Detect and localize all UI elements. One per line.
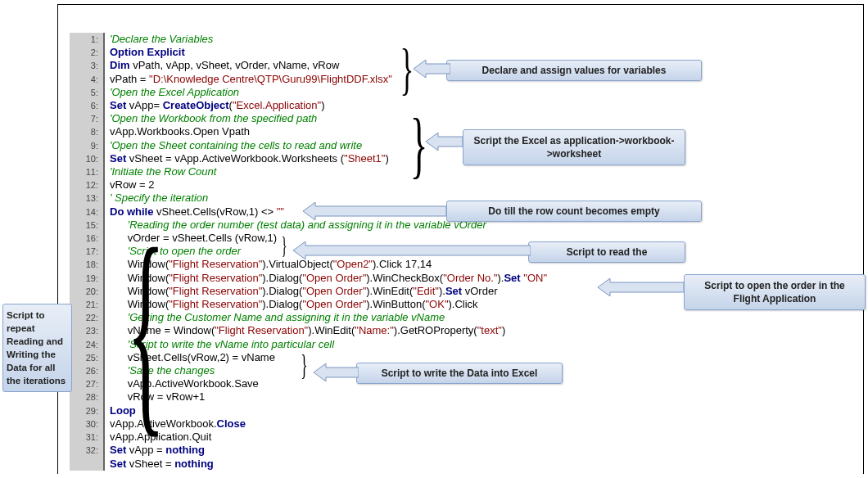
svg-marker-3 (293, 241, 531, 259)
code-line: 12:vRow = 2 (70, 178, 708, 192)
arrow-icon (414, 60, 450, 78)
code-line: 5:'Open the Excel Application (70, 86, 708, 99)
code-text: 'Declare the Variables (105, 33, 213, 46)
code-line: 32:Set vApp = nothing (70, 444, 708, 457)
line-number: 7: (70, 112, 105, 125)
line-number: 6: (70, 99, 105, 112)
callout-readorder: Script to read the (528, 241, 685, 263)
line-number: 24: (70, 338, 105, 351)
line-number: 22: (70, 311, 105, 324)
code-text: Set vApp= CreateObject("Excel.Applicatio… (105, 99, 325, 112)
line-number: 3: (70, 59, 105, 72)
callout-writeexcel: Script to write the Data into Excel (356, 363, 563, 384)
line-number: 5: (70, 86, 105, 99)
code-text: 'Open the Excel Application (105, 86, 239, 99)
code-line: 1:'Declare the Variables (70, 33, 708, 46)
line-number: 21: (70, 298, 105, 311)
line-number: 29: (70, 404, 105, 417)
code-line: 6:Set vApp= CreateObject("Excel.Applicat… (70, 99, 708, 112)
line-number: 9: (70, 139, 105, 152)
code-line: Set vSheet = nothing (70, 458, 708, 471)
callout-dowhile: Do till the row count becomes empty (446, 201, 702, 222)
svg-marker-4 (598, 278, 684, 296)
line-number: 25: (70, 351, 105, 364)
svg-marker-0 (414, 60, 450, 78)
code-text: Set vSheet = vApp.ActiveWorkbook.Workshe… (105, 152, 389, 165)
brace-icon: } (301, 349, 307, 382)
line-number: 12: (70, 178, 105, 192)
callout-openorder: Script to open the order in the Flight A… (684, 274, 866, 310)
line-number: 11: (70, 165, 105, 178)
code-line: 28: vRow = vRow+1 (70, 390, 708, 404)
callout-excel-text: Script the Excel as application->workboo… (473, 135, 674, 160)
code-line: 24: 'Script to write the vName into part… (70, 338, 708, 351)
svg-marker-2 (303, 202, 446, 220)
arrow-icon (598, 278, 684, 296)
line-number: 31: (70, 431, 105, 444)
line-number: 13: (70, 192, 105, 205)
code-line: 11:'Initiate the Row Count (70, 165, 708, 178)
line-number: 1: (70, 33, 105, 46)
code-line: 21: Window("Flight Reservation").Dialog(… (70, 298, 708, 311)
line-number: 4: (70, 73, 105, 86)
code-text: 'Open the Workbook from the specified pa… (105, 112, 317, 125)
code-line: 29:Loop (70, 404, 708, 417)
code-line: 7:'Open the Workbook from the specified … (70, 112, 708, 125)
code-line: 30:vApp.ActiveWorkbook.Close (70, 417, 708, 431)
svg-marker-1 (426, 133, 463, 151)
line-number: 17: (70, 245, 105, 258)
code-text: 'Script to open the order (105, 245, 241, 258)
line-number: 8: (70, 125, 105, 138)
arrow-icon (293, 241, 531, 259)
callout-side-text: Script to repeat Reading and Writing the… (7, 310, 66, 386)
arrow-icon (314, 363, 359, 381)
brace-icon: } (282, 231, 287, 259)
svg-marker-5 (314, 363, 359, 381)
line-number: 16: (70, 232, 105, 245)
code-line: 23: vName = Window("Flight Reservation")… (70, 324, 708, 337)
line-number: 30: (70, 417, 105, 431)
code-text: vApp.Workbooks.Open Vpath (105, 125, 250, 138)
line-number: 10: (70, 152, 105, 165)
callout-openorder-text: Script to open the order in the Flight A… (704, 280, 844, 304)
line-number: 23: (70, 324, 105, 337)
code-text: Dim vPath, vApp, vSheet, vOrder, vName, … (105, 59, 339, 72)
code-text: 'Initiate the Row Count (105, 165, 216, 178)
line-number: 26: (70, 364, 105, 377)
code-line: 2:Option Explicit (70, 46, 708, 59)
line-number: 15: (70, 219, 105, 232)
arrow-icon (303, 202, 446, 220)
line-number (70, 458, 105, 471)
code-text: Window("Flight Reservation").Dialog("Ope… (105, 272, 547, 285)
callout-excel: Script the Excel as application->workboo… (463, 129, 685, 165)
line-number: 18: (70, 258, 105, 271)
brace-icon: } (400, 37, 414, 102)
code-text: vRow = 2 (105, 178, 155, 192)
brace-icon: { (127, 196, 165, 461)
code-line: 22: 'Getting the Customer Name and assig… (70, 311, 708, 324)
code-text: Option Explicit (105, 46, 185, 59)
line-number: 27: (70, 377, 105, 390)
code-text: 'Open the Sheet containing the cells to … (105, 139, 362, 152)
line-number: 32: (70, 444, 105, 457)
arrow-icon (426, 133, 463, 151)
line-number: 14: (70, 205, 105, 219)
line-number: 19: (70, 272, 105, 285)
callout-side: Script to repeat Reading and Writing the… (2, 304, 72, 392)
line-number: 20: (70, 285, 105, 298)
code-text: vPath = "D:\Knowledge Centre\QTP\Guru99\… (105, 73, 392, 86)
line-number: 2: (70, 46, 105, 59)
line-number: 28: (70, 390, 105, 404)
callout-declare: Declare and assign values for variables (446, 60, 702, 81)
code-line: 31:vApp.Application.Quit (70, 431, 708, 444)
